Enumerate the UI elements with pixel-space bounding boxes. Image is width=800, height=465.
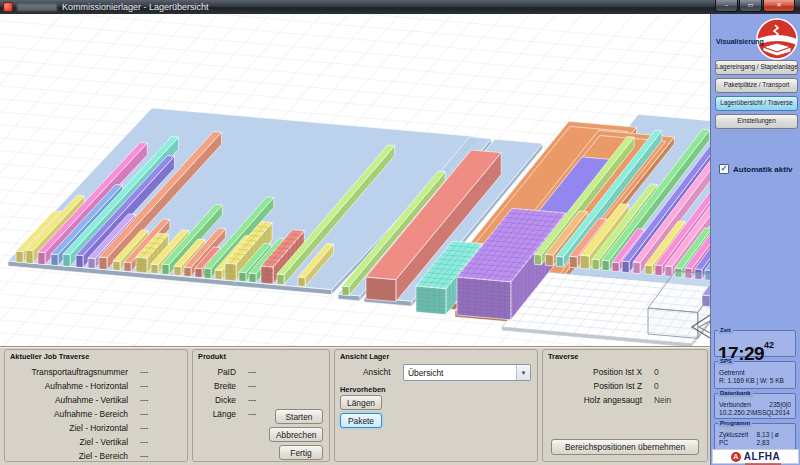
job-row: Transportauftragsnummer--- xyxy=(8,365,184,379)
ansicht-dropdown-value: Übersicht xyxy=(404,368,516,378)
app-window: { "window": { "title": "Kommissionierlag… xyxy=(0,0,800,465)
produkt-row: Dicke--- xyxy=(196,393,326,407)
datenbank-status: Verbunden xyxy=(719,401,751,409)
ansicht-lager-group: Ansicht Lager Ansicht Übersicht ▼ Hervor… xyxy=(334,349,538,462)
bereichspositionen-button[interactable]: Bereichspositionen übernehmen xyxy=(551,439,699,455)
job-row: Ziel - Horizontal--- xyxy=(8,421,184,435)
traverse-group: Traverse Position Ist X0 Position Ist Z0… xyxy=(542,349,708,462)
zeit-title: Zeit xyxy=(718,327,733,334)
produkt-title: Produkt xyxy=(198,352,226,361)
automatik-label: Automatik aktiv xyxy=(733,165,793,174)
datenbank-title: Datenbank xyxy=(718,390,753,397)
sidebar: Visualisierung Lagereingang / Stapelanla… xyxy=(710,14,800,465)
zykluszeit-value: 8,13 | ø 2,83 xyxy=(757,431,791,447)
pakete-button[interactable]: Pakete xyxy=(340,413,382,428)
fertig-button[interactable]: Fertig xyxy=(279,445,323,460)
datenbank-group: Datenbank Verbunden 235|0|0 10.2.250.2\M… xyxy=(714,393,796,419)
minimize-button[interactable]: – xyxy=(715,0,738,12)
close-button[interactable]: ✕ xyxy=(763,0,795,12)
zykluszeit-label: Zykluszeit PC xyxy=(719,431,757,447)
produkt-row: PaID--- xyxy=(196,365,326,379)
sidebar-item-einstellungen[interactable]: Einstellungen xyxy=(715,114,798,129)
ansicht-dropdown[interactable]: Übersicht ▼ xyxy=(403,364,531,381)
ansicht-lager-title: Ansicht Lager xyxy=(340,352,389,361)
starten-button[interactable]: Starten xyxy=(275,409,323,424)
vendor-logo-icon: A xyxy=(731,452,741,462)
vendor-logo: A ALFHA xyxy=(712,449,799,464)
title-bar[interactable]: Kommissionierlager - Lagerübersicht – ▭ … xyxy=(0,0,800,14)
produkt-row: Breite--- xyxy=(196,379,326,393)
window-controls: – ▭ ✕ xyxy=(715,0,795,12)
sidebar-item-lagereingang[interactable]: Lagereingang / Stapelanlage xyxy=(715,60,798,75)
job-row: Aufnahme - Bereich--- xyxy=(8,407,184,421)
ansicht-label: Ansicht xyxy=(363,367,390,377)
warehouse-3d-viewport[interactable] xyxy=(0,14,710,346)
warehouse-3d-svg[interactable] xyxy=(0,14,710,346)
automatik-checkbox-row: ✓ Automatik aktiv xyxy=(719,164,793,174)
title-redacted-word xyxy=(17,4,57,11)
chevron-down-icon: ▼ xyxy=(516,365,530,380)
traverse-row: Position Ist Z0 xyxy=(546,379,704,393)
job-row: Aufnahme - Horizontal--- xyxy=(8,379,184,393)
traverse-row: Holz angesaugtNein xyxy=(546,393,704,407)
datenbank-code: 235|0|0 xyxy=(769,401,791,409)
zykluszeit-row: Zykluszeit PC 8,13 | ø 2,83 xyxy=(715,424,795,447)
laengen-button[interactable]: Längen xyxy=(340,395,382,410)
maximize-button[interactable]: ▭ xyxy=(739,0,762,12)
hervorheben-label: Hervorheben xyxy=(340,385,386,394)
job-row: Aufnahme - Vertikal--- xyxy=(8,393,184,407)
vendor-logo-text: ALFHA xyxy=(744,451,780,462)
job-row: Ziel - Vertikal--- xyxy=(8,435,184,449)
app-icon xyxy=(3,2,13,12)
abbrechen-button[interactable]: Abbrechen xyxy=(269,427,323,442)
job-traverse-title: Aktueller Job Traverse xyxy=(10,352,89,361)
automatik-checkbox[interactable]: ✓ xyxy=(719,164,729,174)
programm-title: Programm xyxy=(718,420,752,427)
job-traverse-group: Aktueller Job Traverse Transportauftrags… xyxy=(4,349,188,462)
produkt-group: Produkt PaID--- Breite--- Dicke--- Länge… xyxy=(192,349,330,462)
window-title: Kommissionierlager - Lagerübersicht xyxy=(62,2,209,12)
job-row: Ziel - Bereich--- xyxy=(8,449,184,463)
sps-group: SPS Getrennt R: 1.169 KB | W: 5 KB xyxy=(714,361,796,389)
traverse-row: Position Ist X0 xyxy=(546,365,704,379)
sidebar-item-lageruebersicht[interactable]: Lagerübersicht / Traverse xyxy=(715,96,798,111)
sps-title: SPS xyxy=(718,358,734,365)
sps-traffic: R: 1.169 KB | W: 5 KB xyxy=(715,377,795,385)
datenbank-server: 10.2.250.2\MSSQL2014 xyxy=(715,409,795,417)
traverse-title: Traverse xyxy=(548,352,578,361)
visualisierung-label: Visualisierung xyxy=(716,38,764,45)
sidebar-item-paketplaetze[interactable]: Paketplätze / Transport xyxy=(715,78,798,93)
bottom-panel: Aktueller Job Traverse Transportauftrags… xyxy=(0,346,710,465)
zeit-group: Zeit 17:2942 xyxy=(714,330,796,357)
